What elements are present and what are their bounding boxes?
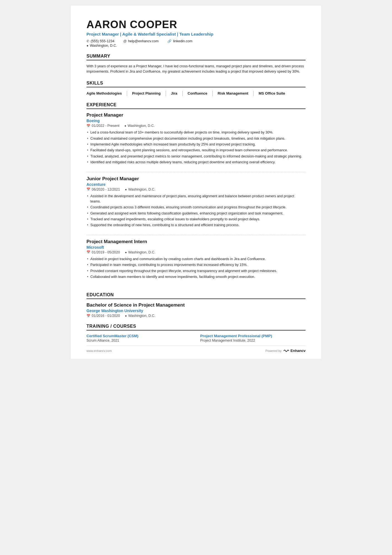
jobs-container: Project ManagerBoeing 📅 01/2022 - Presen… [86,112,306,286]
job-title: Project Management Intern [86,239,306,245]
bullet-item: Identified and mitigated risks across mu… [86,160,306,165]
location-icon-job: ● [125,188,127,191]
resume-page: AARON COOPER Project Manager | Agile & W… [71,6,321,359]
contact-email: @ help@enhancv.com [123,39,158,43]
bullet-item: Facilitated daily stand-ups, sprint plan… [86,148,306,153]
bullet-item: Assisted in project tracking and communi… [86,256,306,262]
edu-location: ● Washington, D.C. [125,314,155,318]
company-name: Boeing [86,119,306,123]
training-name: Project Management Professional (PMP) [200,334,306,338]
job-location: ● Washington, D.C. [125,250,155,254]
skill-item: Risk Management [218,91,254,97]
skills-section: SKILLS Agile MethodologiesProject Planni… [86,81,306,97]
bullet-item: Participated in team meetings, contribut… [86,262,306,268]
training-org: Scrum Alliance, 2021 [86,339,192,342]
location-icon-edu: ● [125,314,127,317]
footer-brand: Powered by Enhancv [266,349,306,353]
location-icon-job: ● [124,124,126,127]
contact-row: ✆ (555) 555-1234 @ help@enhancv.com 🔗 li… [86,39,306,43]
summary-title: SUMMARY [86,54,306,60]
education-section: EDUCATION Bachelor of Science in Project… [86,292,306,318]
job-block: Project Management InternMicrosoft 📅 01/… [86,239,306,287]
job-title: Junior Project Manager [86,176,306,182]
training-title: TRAINING / COURSES [86,324,306,330]
contact-location-row: ● Washington, D.C. [86,44,306,48]
job-block: Junior Project ManagerAccenture 📅 06/202… [86,176,306,235]
bullet-item: Created and maintained comprehensive pro… [86,136,306,141]
calendar-icon: 📅 [86,124,90,128]
job-meta: 📅 06/2020 - 12/2021 ● Washington, D.C. [86,188,306,191]
enhancv-logo: Enhancv [283,349,306,353]
summary-text: With 3 years of experience as a Project … [86,64,306,75]
experience-title: EXPERIENCE [86,102,306,109]
job-bullets: Assisted in the development and maintena… [86,194,306,228]
candidate-title: Project Manager | Agile & Waterfall Spec… [86,32,306,36]
edu-degree: Bachelor of Science in Project Managemen… [86,302,306,308]
skill-item: Jira [171,91,183,97]
education-title: EDUCATION [86,292,306,299]
calendar-icon: 📅 [86,188,90,191]
bullet-item: Provided constant reporting throughout t… [86,268,306,274]
bullet-item: Implemented Agile methodologies which in… [86,142,306,147]
bullet-item: Collaborated with team members to identi… [86,274,306,280]
training-item: Project Management Professional (PMP)Pro… [200,334,306,342]
company-name: Accenture [86,182,306,187]
skill-item: Agile Methodologies [86,91,127,97]
contact-location: ● Washington, D.C. [86,44,117,48]
job-dates: 📅 06/2020 - 12/2021 [86,188,120,191]
job-location: ● Washington, D.C. [125,188,155,191]
training-grid: Certified ScrumMaster (CSM)Scrum Allianc… [86,334,306,342]
calendar-icon: 📅 [86,250,90,254]
bullet-item: Led a cross-functional team of 10+ membe… [86,130,306,135]
page-footer: www.enhancv.com Powered by Enhancv [86,346,306,353]
contact-phone: ✆ (555) 555-1234 [86,39,114,43]
footer-website: www.enhancv.com [86,349,112,352]
location-icon: ● [86,44,88,48]
enhancv-logo-icon [283,349,289,353]
edu-dates: 📅 01/2016 - 01/2020 [86,314,120,318]
job-dates: 📅 01/2022 - Present [86,124,119,128]
contact-linkedin: 🔗 linkedin.com [167,39,192,43]
job-dates: 📅 01/2019 - 05/2020 [86,250,120,254]
location-icon-job: ● [125,251,127,254]
training-org: Project Management Institute, 2022 [200,339,306,342]
linkedin-icon: 🔗 [167,39,172,43]
skills-list: Agile MethodologiesProject PlanningJiraC… [86,91,306,97]
edu-school: George Washington University [86,309,306,313]
bullet-item: Tracked, analyzed, and presented project… [86,154,306,159]
email-icon: @ [123,39,126,43]
bullet-item: Assisted in the development and maintena… [86,194,306,204]
candidate-name: AARON COOPER [86,19,306,31]
skill-item: Project Planning [132,91,166,97]
skill-item: Confluence [188,91,213,97]
experience-section: EXPERIENCE Project ManagerBoeing 📅 01/20… [86,102,306,286]
training-item: Certified ScrumMaster (CSM)Scrum Allianc… [86,334,192,342]
training-name: Certified ScrumMaster (CSM) [86,334,192,338]
bullet-item: Supported the onboarding of new hires, c… [86,223,306,228]
skill-item: MS Office Suite [259,91,290,97]
job-location: ● Washington, D.C. [124,124,155,128]
job-block: Project ManagerBoeing 📅 01/2022 - Presen… [86,112,306,172]
header-section: AARON COOPER Project Manager | Agile & W… [86,19,306,48]
calendar-icon: 📅 [86,314,90,318]
phone-icon: ✆ [86,39,89,43]
skills-title: SKILLS [86,81,306,87]
bullet-item: Generated and assigned work items follow… [86,211,306,216]
summary-section: SUMMARY With 3 years of experience as a … [86,54,306,75]
bullet-item: Tracked and managed impediments, escalat… [86,217,306,222]
job-meta: 📅 01/2019 - 05/2020 ● Washington, D.C. [86,250,306,254]
edu-meta: 📅 01/2016 - 01/2020 ● Washington, D.C. [86,314,306,318]
training-section: TRAINING / COURSES Certified ScrumMaster… [86,324,306,342]
company-name: Microsoft [86,245,306,250]
job-bullets: Assisted in project tracking and communi… [86,256,306,280]
bullet-item: Coordinated projects across 3 different … [86,205,306,210]
job-bullets: Led a cross-functional team of 10+ membe… [86,130,306,165]
job-title: Project Manager [86,112,306,118]
job-meta: 📅 01/2022 - Present ● Washington, D.C. [86,124,306,128]
